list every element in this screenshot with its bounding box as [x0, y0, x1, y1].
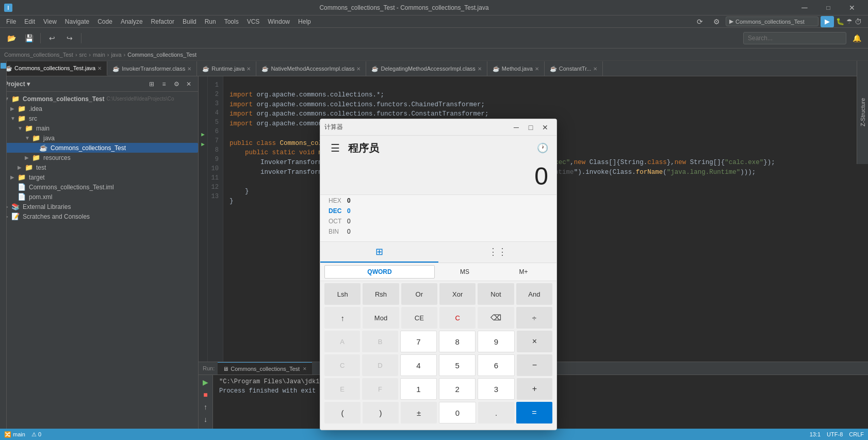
tree-item-pom[interactable]: 📄 pom.xml	[0, 192, 198, 202]
calc-rparen-button[interactable]: )	[363, 402, 399, 423]
calc-9-button[interactable]: 9	[478, 331, 514, 352]
calc-equals-button[interactable]: =	[516, 402, 552, 423]
menu-file[interactable]: File	[2, 17, 20, 26]
breadcrumb-main[interactable]: main	[93, 52, 105, 58]
console-tab[interactable]: 🖥 Commons_collections_Test ✕	[218, 362, 312, 374]
calc-3-button[interactable]: 3	[478, 378, 514, 400]
open-folder-button[interactable]: 📂	[4, 31, 19, 45]
calc-plusminus-button[interactable]: ±	[401, 402, 437, 423]
tree-item-idea[interactable]: ▶ 📁 .idea	[0, 104, 198, 113]
calc-cc-button[interactable]: C	[324, 354, 360, 376]
menu-code[interactable]: Code	[93, 17, 117, 26]
tab-runtime[interactable]: ☕ Runtime.java ✕	[197, 61, 256, 76]
tab-close-4[interactable]: ✕	[478, 66, 482, 72]
sidebar-expand-button[interactable]: ⊞	[146, 79, 157, 89]
run-button[interactable]: ▶	[821, 16, 834, 27]
status-line-separator[interactable]: CRLF	[849, 431, 864, 437]
base-hex-row[interactable]: HEX 0	[329, 196, 548, 205]
wordsize-mplus-button[interactable]: M+	[495, 265, 552, 279]
stop-button[interactable]: ■	[201, 389, 211, 400]
calc-history-button[interactable]: 🕐	[537, 142, 548, 154]
calc-rsh-button[interactable]: Rsh	[363, 283, 399, 305]
calc-divide-button[interactable]: ÷	[516, 307, 552, 329]
calc-close-button[interactable]: ✕	[538, 120, 552, 135]
calc-4-button[interactable]: 4	[400, 354, 437, 376]
base-oct-row[interactable]: OCT 0	[329, 217, 548, 226]
scroll-up-button[interactable]: ↑	[201, 402, 211, 412]
console-tab-close[interactable]: ✕	[303, 366, 307, 371]
tab-constant[interactable]: ☕ ConstantTr... ✕	[545, 61, 603, 76]
calc-not-button[interactable]: Not	[478, 283, 514, 305]
play-button[interactable]: ▶	[201, 377, 211, 387]
menu-build[interactable]: Build	[178, 17, 201, 26]
calc-keypad-button[interactable]: ⊞	[320, 242, 438, 263]
calc-a-button[interactable]: A	[324, 331, 360, 352]
tab-close-1[interactable]: ✕	[187, 66, 191, 72]
sync-button[interactable]: ⟳	[693, 14, 707, 29]
calc-lsh-button[interactable]: Lsh	[324, 283, 361, 305]
menu-view[interactable]: View	[39, 17, 61, 26]
tree-item-libraries[interactable]: ▶ 📚 External Libraries	[0, 202, 198, 211]
tree-item-main[interactable]: ▼ 📁 main	[0, 123, 198, 133]
undo-button[interactable]: ↩	[45, 31, 59, 45]
calc-c-button[interactable]: C	[439, 307, 476, 329]
redo-button[interactable]: ↪	[62, 31, 77, 45]
tab-close-6[interactable]: ✕	[593, 66, 597, 72]
calc-mod-button[interactable]: Mod	[363, 307, 399, 329]
calc-8-button[interactable]: 8	[439, 331, 476, 352]
calc-subtract-button[interactable]: −	[517, 354, 552, 376]
settings-button[interactable]: ⚙	[709, 14, 724, 29]
scroll-down-button[interactable]: ↓	[201, 414, 211, 425]
close-button[interactable]: ✕	[840, 0, 864, 15]
tree-item-test[interactable]: ▶ 📁 test	[0, 162, 198, 172]
menu-edit[interactable]: Edit	[20, 17, 39, 26]
tree-item-class[interactable]: ☕ Commons_collections_Test	[0, 143, 198, 153]
coverage-button[interactable]: ☂	[846, 18, 853, 25]
calc-bitfield-button[interactable]: ⋮⋮	[438, 242, 556, 263]
menu-tools[interactable]: Tools	[220, 17, 243, 26]
menu-navigate[interactable]: Navigate	[61, 17, 93, 26]
maximize-button[interactable]: □	[816, 0, 840, 15]
calc-minimize-button[interactable]: ─	[509, 120, 523, 135]
base-dec-row[interactable]: DEC 0	[329, 206, 548, 216]
calc-2-button[interactable]: 2	[439, 378, 476, 400]
calc-maximize-button[interactable]: □	[523, 120, 538, 135]
menu-run[interactable]: Run	[201, 17, 220, 26]
sidebar-settings-button[interactable]: ⚙	[171, 79, 182, 89]
menu-analyze[interactable]: Analyze	[117, 17, 147, 26]
status-encoding[interactable]: UTF-8	[827, 431, 843, 437]
profile-button[interactable]: ⏱	[855, 18, 862, 26]
run-gutter-7[interactable]: ▶	[199, 139, 207, 149]
tab-close-3[interactable]: ✕	[356, 66, 361, 72]
tab-native[interactable]: ☕ NativeMethodAccessorImpl.class ✕	[256, 61, 366, 76]
debug-button[interactable]: 🐛	[836, 18, 844, 25]
calc-7-button[interactable]: 7	[400, 331, 437, 352]
menu-vcs[interactable]: VCS	[243, 17, 264, 26]
calc-xor-button[interactable]: Xor	[439, 283, 476, 305]
calc-and-button[interactable]: And	[516, 283, 552, 305]
calc-0-button[interactable]: 0	[439, 402, 476, 423]
breadcrumb-src[interactable]: src	[79, 52, 87, 58]
minimize-button[interactable]: ─	[793, 0, 816, 15]
calc-f-button[interactable]: F	[362, 378, 398, 400]
sidebar-collapse-button[interactable]: ≡	[159, 79, 169, 89]
tree-item-src[interactable]: ▼ 📁 src	[0, 113, 198, 123]
calc-lparen-button[interactable]: (	[324, 402, 361, 423]
calc-1-button[interactable]: 1	[400, 378, 437, 400]
calc-decimal-button[interactable]: .	[478, 402, 514, 423]
breadcrumb-project[interactable]: Commons_collections_Test	[4, 52, 73, 58]
save-button[interactable]: 💾	[22, 31, 36, 45]
calc-or-button[interactable]: Or	[401, 283, 437, 305]
search-input[interactable]	[743, 32, 846, 44]
status-warnings[interactable]: ⚠ 0	[31, 431, 41, 438]
tree-item-root[interactable]: ▼ 📁 Commons_collections_Test C:\Users\de…	[0, 94, 198, 104]
calc-d-button[interactable]: D	[362, 354, 398, 376]
tree-item-scratches[interactable]: ▶ 📝 Scratches and Consoles	[0, 211, 198, 221]
menu-refactor[interactable]: Refactor	[147, 17, 178, 26]
menu-window[interactable]: Window	[264, 17, 294, 26]
z-structure-label[interactable]: Z-Structure	[858, 94, 867, 131]
project-icon[interactable]	[1, 63, 6, 69]
status-branch[interactable]: 🔀 main	[4, 431, 25, 438]
tab-close-2[interactable]: ✕	[247, 66, 251, 72]
run-gutter-6[interactable]: ▶	[199, 129, 207, 139]
